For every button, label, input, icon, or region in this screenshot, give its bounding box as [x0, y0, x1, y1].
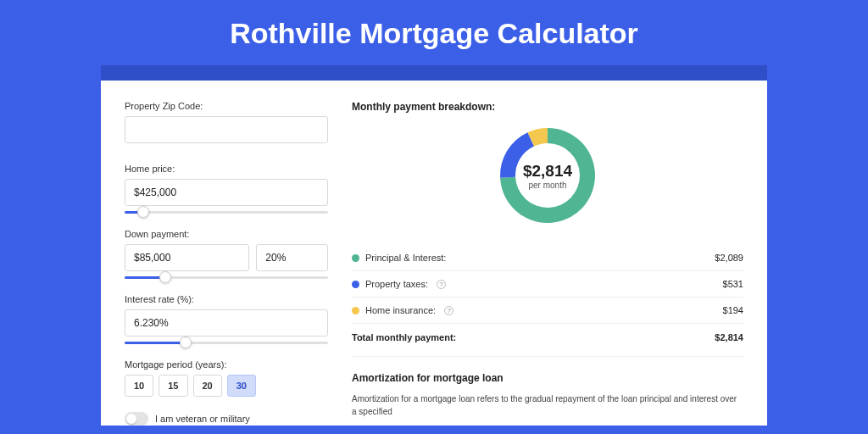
- info-icon[interactable]: ?: [444, 306, 453, 315]
- home-price-slider[interactable]: [125, 211, 328, 214]
- veteran-toggle-knob: [126, 414, 136, 424]
- period-btn-15[interactable]: 15: [159, 375, 187, 397]
- veteran-row: I am veteran or military: [125, 412, 328, 426]
- veteran-label: I am veteran or military: [155, 414, 250, 424]
- period-row: 10152030: [125, 375, 328, 397]
- breakdown-label: Property taxes:: [365, 279, 428, 289]
- down-payment-label: Down payment:: [125, 229, 328, 239]
- donut-amount: $2,814: [523, 162, 572, 181]
- down-payment-slider-handle[interactable]: [159, 271, 171, 283]
- amort-title: Amortization for mortgage loan: [352, 372, 743, 384]
- donut-center: $2,814 per month: [523, 162, 572, 190]
- donut-chart-wrap: $2,814 per month: [352, 125, 743, 226]
- breakdown-value: $2,089: [715, 253, 743, 263]
- legend-dot: [352, 281, 359, 288]
- period-btn-30[interactable]: 30: [227, 375, 256, 397]
- home-price-input[interactable]: [125, 179, 328, 206]
- zip-label: Property Zip Code:: [125, 101, 328, 111]
- period-btn-10[interactable]: 10: [125, 375, 153, 397]
- calculator-card: Property Zip Code: Home price: Down paym…: [101, 81, 767, 426]
- donut-container: $2,814 per month: [497, 125, 598, 226]
- breakdown-label: Principal & Interest:: [365, 253, 446, 263]
- page-title: Rothville Mortgage Calculator: [0, 0, 868, 65]
- breakdown-value: $194: [723, 305, 743, 315]
- total-label: Total monthly payment:: [352, 332, 456, 342]
- veteran-toggle[interactable]: [125, 412, 148, 426]
- interest-slider-fill: [125, 342, 186, 344]
- breakdown-value: $531: [723, 279, 743, 289]
- breakdown-title: Monthly payment breakdown:: [352, 101, 743, 113]
- period-label: Mortgage period (years):: [125, 359, 328, 370]
- down-payment-input[interactable]: [125, 244, 249, 271]
- total-value: $2,814: [715, 332, 743, 342]
- down-payment-pct-input[interactable]: [256, 244, 328, 271]
- legend-dot: [352, 307, 359, 314]
- breakdown-row: Principal & Interest:$2,089: [352, 245, 743, 271]
- legend-dot: [352, 254, 359, 262]
- form-panel: Property Zip Code: Home price: Down paym…: [125, 101, 328, 426]
- total-row: Total monthly payment: $2,814: [352, 324, 743, 357]
- info-icon[interactable]: ?: [437, 280, 446, 289]
- breakdown-row: Property taxes:?$531: [352, 271, 743, 298]
- home-price-slider-handle[interactable]: [137, 206, 149, 218]
- amort-text: Amortization for a mortgage loan refers …: [352, 392, 743, 418]
- home-price-label: Home price:: [125, 164, 328, 174]
- period-btn-20[interactable]: 20: [193, 375, 222, 397]
- breakdown-label: Home insurance:: [365, 305, 436, 315]
- down-payment-slider[interactable]: [125, 276, 328, 279]
- interest-slider[interactable]: [125, 342, 328, 344]
- interest-input[interactable]: [125, 309, 328, 337]
- donut-sub: per month: [523, 181, 572, 190]
- breakdown-panel: Monthly payment breakdown: $2,814 per mo…: [352, 101, 743, 426]
- interest-label: Interest rate (%):: [125, 294, 328, 304]
- interest-slider-handle[interactable]: [180, 337, 192, 348]
- zip-input[interactable]: [125, 116, 328, 143]
- breakdown-row: Home insurance:?$194: [352, 298, 743, 324]
